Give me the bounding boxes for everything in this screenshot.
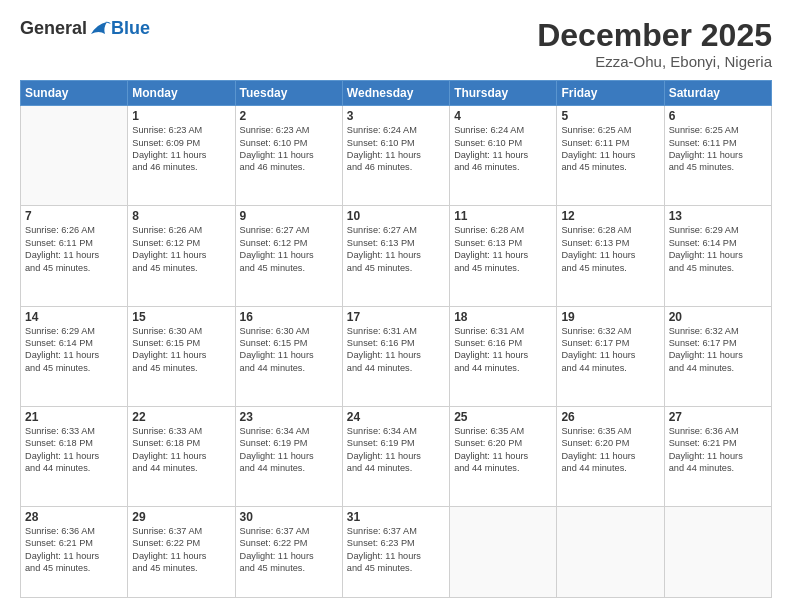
logo: General Blue — [20, 18, 150, 39]
day-number: 22 — [132, 410, 230, 424]
day-info: Sunrise: 6:29 AMSunset: 6:14 PMDaylight:… — [25, 325, 123, 375]
day-number: 31 — [347, 510, 445, 524]
day-number: 7 — [25, 209, 123, 223]
table-row: 30Sunrise: 6:37 AMSunset: 6:22 PMDayligh… — [235, 506, 342, 597]
table-row: 24Sunrise: 6:34 AMSunset: 6:19 PMDayligh… — [342, 406, 449, 506]
day-number: 30 — [240, 510, 338, 524]
day-number: 24 — [347, 410, 445, 424]
day-number: 16 — [240, 310, 338, 324]
table-row: 10Sunrise: 6:27 AMSunset: 6:13 PMDayligh… — [342, 206, 449, 306]
table-row: 25Sunrise: 6:35 AMSunset: 6:20 PMDayligh… — [450, 406, 557, 506]
day-info: Sunrise: 6:26 AMSunset: 6:11 PMDaylight:… — [25, 224, 123, 274]
table-row: 22Sunrise: 6:33 AMSunset: 6:18 PMDayligh… — [128, 406, 235, 506]
day-info: Sunrise: 6:28 AMSunset: 6:13 PMDaylight:… — [454, 224, 552, 274]
day-number: 12 — [561, 209, 659, 223]
calendar-table: Sunday Monday Tuesday Wednesday Thursday… — [20, 80, 772, 598]
day-info: Sunrise: 6:36 AMSunset: 6:21 PMDaylight:… — [25, 525, 123, 575]
table-row: 8Sunrise: 6:26 AMSunset: 6:12 PMDaylight… — [128, 206, 235, 306]
day-info: Sunrise: 6:37 AMSunset: 6:22 PMDaylight:… — [240, 525, 338, 575]
day-info: Sunrise: 6:35 AMSunset: 6:20 PMDaylight:… — [454, 425, 552, 475]
day-info: Sunrise: 6:29 AMSunset: 6:14 PMDaylight:… — [669, 224, 767, 274]
calendar-header-row: Sunday Monday Tuesday Wednesday Thursday… — [21, 81, 772, 106]
day-number: 4 — [454, 109, 552, 123]
day-number: 21 — [25, 410, 123, 424]
day-info: Sunrise: 6:25 AMSunset: 6:11 PMDaylight:… — [669, 124, 767, 174]
day-info: Sunrise: 6:23 AMSunset: 6:09 PMDaylight:… — [132, 124, 230, 174]
table-row: 26Sunrise: 6:35 AMSunset: 6:20 PMDayligh… — [557, 406, 664, 506]
day-info: Sunrise: 6:32 AMSunset: 6:17 PMDaylight:… — [561, 325, 659, 375]
day-number: 3 — [347, 109, 445, 123]
table-row: 18Sunrise: 6:31 AMSunset: 6:16 PMDayligh… — [450, 306, 557, 406]
location: Ezza-Ohu, Ebonyi, Nigeria — [537, 53, 772, 70]
table-row: 29Sunrise: 6:37 AMSunset: 6:22 PMDayligh… — [128, 506, 235, 597]
day-info: Sunrise: 6:26 AMSunset: 6:12 PMDaylight:… — [132, 224, 230, 274]
day-number: 18 — [454, 310, 552, 324]
day-number: 15 — [132, 310, 230, 324]
day-info: Sunrise: 6:27 AMSunset: 6:13 PMDaylight:… — [347, 224, 445, 274]
day-number: 11 — [454, 209, 552, 223]
table-row: 16Sunrise: 6:30 AMSunset: 6:15 PMDayligh… — [235, 306, 342, 406]
logo-general-text: General — [20, 18, 87, 39]
day-number: 14 — [25, 310, 123, 324]
table-row: 31Sunrise: 6:37 AMSunset: 6:23 PMDayligh… — [342, 506, 449, 597]
table-row: 14Sunrise: 6:29 AMSunset: 6:14 PMDayligh… — [21, 306, 128, 406]
table-row: 11Sunrise: 6:28 AMSunset: 6:13 PMDayligh… — [450, 206, 557, 306]
table-row — [557, 506, 664, 597]
day-info: Sunrise: 6:36 AMSunset: 6:21 PMDaylight:… — [669, 425, 767, 475]
col-sunday: Sunday — [21, 81, 128, 106]
table-row — [664, 506, 771, 597]
col-tuesday: Tuesday — [235, 81, 342, 106]
table-row: 28Sunrise: 6:36 AMSunset: 6:21 PMDayligh… — [21, 506, 128, 597]
day-number: 19 — [561, 310, 659, 324]
day-info: Sunrise: 6:34 AMSunset: 6:19 PMDaylight:… — [240, 425, 338, 475]
col-monday: Monday — [128, 81, 235, 106]
table-row: 7Sunrise: 6:26 AMSunset: 6:11 PMDaylight… — [21, 206, 128, 306]
page: General Blue December 2025 Ezza-Ohu, Ebo… — [0, 0, 792, 612]
day-info: Sunrise: 6:24 AMSunset: 6:10 PMDaylight:… — [347, 124, 445, 174]
day-number: 6 — [669, 109, 767, 123]
table-row: 3Sunrise: 6:24 AMSunset: 6:10 PMDaylight… — [342, 106, 449, 206]
day-info: Sunrise: 6:37 AMSunset: 6:23 PMDaylight:… — [347, 525, 445, 575]
day-info: Sunrise: 6:27 AMSunset: 6:12 PMDaylight:… — [240, 224, 338, 274]
day-info: Sunrise: 6:37 AMSunset: 6:22 PMDaylight:… — [132, 525, 230, 575]
day-number: 17 — [347, 310, 445, 324]
table-row: 15Sunrise: 6:30 AMSunset: 6:15 PMDayligh… — [128, 306, 235, 406]
table-row: 27Sunrise: 6:36 AMSunset: 6:21 PMDayligh… — [664, 406, 771, 506]
day-number: 28 — [25, 510, 123, 524]
col-friday: Friday — [557, 81, 664, 106]
table-row: 9Sunrise: 6:27 AMSunset: 6:12 PMDaylight… — [235, 206, 342, 306]
header: General Blue December 2025 Ezza-Ohu, Ebo… — [20, 18, 772, 70]
table-row: 17Sunrise: 6:31 AMSunset: 6:16 PMDayligh… — [342, 306, 449, 406]
day-info: Sunrise: 6:30 AMSunset: 6:15 PMDaylight:… — [132, 325, 230, 375]
day-info: Sunrise: 6:34 AMSunset: 6:19 PMDaylight:… — [347, 425, 445, 475]
day-number: 10 — [347, 209, 445, 223]
table-row: 13Sunrise: 6:29 AMSunset: 6:14 PMDayligh… — [664, 206, 771, 306]
day-info: Sunrise: 6:32 AMSunset: 6:17 PMDaylight:… — [669, 325, 767, 375]
table-row: 6Sunrise: 6:25 AMSunset: 6:11 PMDaylight… — [664, 106, 771, 206]
day-info: Sunrise: 6:25 AMSunset: 6:11 PMDaylight:… — [561, 124, 659, 174]
table-row — [450, 506, 557, 597]
day-number: 20 — [669, 310, 767, 324]
logo-bird-icon — [89, 20, 111, 38]
day-number: 5 — [561, 109, 659, 123]
title-block: December 2025 Ezza-Ohu, Ebonyi, Nigeria — [537, 18, 772, 70]
table-row: 12Sunrise: 6:28 AMSunset: 6:13 PMDayligh… — [557, 206, 664, 306]
table-row: 19Sunrise: 6:32 AMSunset: 6:17 PMDayligh… — [557, 306, 664, 406]
day-number: 9 — [240, 209, 338, 223]
day-number: 2 — [240, 109, 338, 123]
month-title: December 2025 — [537, 18, 772, 53]
day-number: 13 — [669, 209, 767, 223]
day-info: Sunrise: 6:31 AMSunset: 6:16 PMDaylight:… — [347, 325, 445, 375]
day-info: Sunrise: 6:33 AMSunset: 6:18 PMDaylight:… — [25, 425, 123, 475]
day-number: 26 — [561, 410, 659, 424]
table-row: 23Sunrise: 6:34 AMSunset: 6:19 PMDayligh… — [235, 406, 342, 506]
day-info: Sunrise: 6:30 AMSunset: 6:15 PMDaylight:… — [240, 325, 338, 375]
col-saturday: Saturday — [664, 81, 771, 106]
day-info: Sunrise: 6:24 AMSunset: 6:10 PMDaylight:… — [454, 124, 552, 174]
col-wednesday: Wednesday — [342, 81, 449, 106]
day-number: 27 — [669, 410, 767, 424]
day-info: Sunrise: 6:33 AMSunset: 6:18 PMDaylight:… — [132, 425, 230, 475]
table-row: 20Sunrise: 6:32 AMSunset: 6:17 PMDayligh… — [664, 306, 771, 406]
table-row: 5Sunrise: 6:25 AMSunset: 6:11 PMDaylight… — [557, 106, 664, 206]
day-number: 23 — [240, 410, 338, 424]
